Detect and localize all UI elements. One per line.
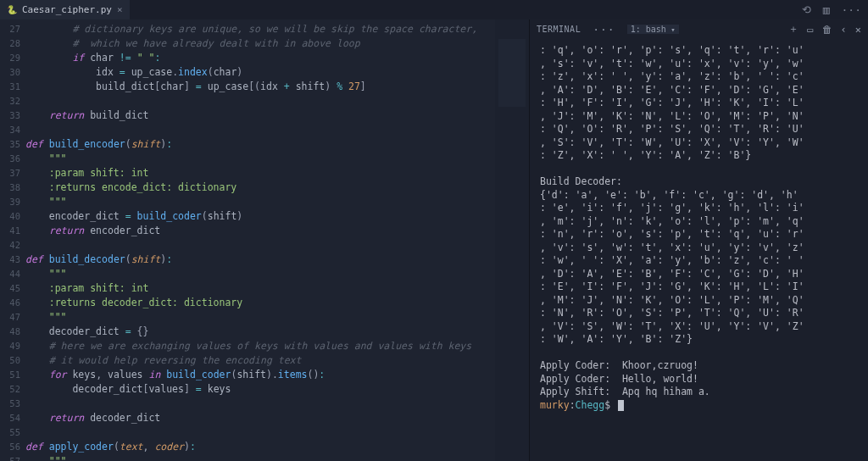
code-line[interactable]: # it would help reversing the encoding t…: [25, 353, 495, 368]
code-line[interactable]: [25, 425, 495, 440]
terminal-line: , 'V': 'S', 'W': 'T', 'X': 'U', 'Y': 'V'…: [540, 320, 858, 334]
terminal-line: : 'H', 'F': 'I', 'G': 'J', 'H': 'K', 'I'…: [540, 97, 858, 110]
line-number: 44: [0, 267, 20, 281]
terminal-line: {'d': 'a', 'e': 'b', 'f': 'c', 'g': 'd',…: [540, 189, 858, 203]
line-number: 43: [0, 253, 20, 267]
line-number: 29: [0, 51, 20, 65]
code-line[interactable]: :param shift: int: [25, 166, 495, 181]
code-line[interactable]: """: [25, 267, 495, 281]
line-number: 38: [0, 181, 20, 195]
add-terminal-icon[interactable]: ＋: [788, 22, 798, 36]
terminal-line: : 'q', 'o': 'r', 'p': 's', 'q': 't', 'r'…: [540, 44, 858, 58]
code-line[interactable]: [25, 238, 495, 253]
more-icon[interactable]: ···: [842, 3, 861, 16]
tab-bar: 🐍 Caesar_cipher.py × ⟲ ▥ ···: [0, 0, 868, 19]
line-number: 35: [0, 137, 20, 152]
code-content[interactable]: # dictionary keys are unique, so we will…: [25, 19, 495, 461]
line-number: 46: [0, 296, 20, 310]
code-line[interactable]: decoder_dict[values] = keys: [25, 382, 495, 397]
layout-icon[interactable]: ▥: [823, 3, 830, 16]
code-line[interactable]: idx = up_case.index(char): [25, 65, 495, 80]
code-line[interactable]: """: [25, 195, 495, 209]
terminal-line: , 'm': 'j', 'n': 'k', 'o': 'l', 'p': 'm'…: [540, 215, 858, 229]
split-terminal-icon[interactable]: ▭: [807, 24, 813, 36]
code-line[interactable]: return decoder_dict: [25, 411, 495, 425]
close-panel-icon[interactable]: ✕: [855, 24, 861, 36]
terminal-output[interactable]: : 'q', 'o': 'r', 'p': 's', 'q': 't', 'r'…: [530, 39, 868, 461]
terminal-panel: TERMINAL ··· 1: bash ▾ ＋ ▭ 🗑 ‹ ✕ : 'q', …: [529, 19, 868, 461]
line-number: 34: [0, 123, 20, 137]
code-line[interactable]: decoder_dict = {}: [25, 325, 495, 339]
terminal-line: Apply Coder: Khoor,czruog!: [540, 359, 858, 373]
code-line[interactable]: def build_decoder(shift):: [25, 253, 495, 267]
terminal-line: : 'Z', 'X': ' ', 'Y': 'A', 'Z': 'B'}: [540, 149, 858, 163]
terminal-selector[interactable]: 1: bash ▾: [627, 25, 679, 34]
trash-icon[interactable]: 🗑: [822, 24, 832, 36]
editor-actions: ⟲ ▥ ···: [802, 0, 868, 19]
code-line[interactable]: :returns encode_dict: dictionary: [25, 181, 495, 195]
line-number: 41: [0, 224, 20, 238]
line-number: 51: [0, 368, 20, 382]
code-line[interactable]: build_dict[char] = up_case[(idx + shift)…: [25, 80, 495, 94]
line-number: 42: [0, 238, 20, 253]
sync-icon[interactable]: ⟲: [802, 3, 811, 16]
line-number: 28: [0, 36, 20, 51]
code-line[interactable]: """: [25, 454, 495, 461]
code-line[interactable]: """: [25, 310, 495, 325]
tab-title: Caesar_cipher.py: [22, 4, 112, 15]
code-line[interactable]: def build_encoder(shift):: [25, 137, 495, 152]
terminal-line: : 'z', 'x': ' ', 'y': 'a', 'z': 'b', ' '…: [540, 70, 858, 84]
line-number: 52: [0, 382, 20, 397]
code-line[interactable]: # here we are exchanging values of keys …: [25, 339, 495, 353]
terminal-line: , 'J': 'M', 'K': 'N', 'L': 'O', 'M': 'P'…: [540, 110, 858, 124]
code-line[interactable]: # dictionary keys are unique, so we will…: [25, 22, 495, 36]
terminal-line: , 'D': 'A', 'E': 'B', 'F': 'C', 'G': 'D'…: [540, 268, 858, 281]
line-number: 57: [0, 454, 20, 461]
code-line[interactable]: [25, 397, 495, 411]
terminal-line: , 's': 'v', 't': 'w', 'u': 'x', 'v': 'y'…: [540, 58, 858, 71]
line-number: 48: [0, 325, 20, 339]
line-number: 53: [0, 397, 20, 411]
code-line[interactable]: if char != " ":: [25, 51, 495, 65]
main-area: 2728293031323334353637383940414243444546…: [0, 19, 868, 461]
line-number: 32: [0, 94, 20, 108]
code-line[interactable]: """: [25, 152, 495, 166]
line-number: 45: [0, 281, 20, 296]
code-line[interactable]: [25, 94, 495, 108]
code-line[interactable]: return encoder_dict: [25, 224, 495, 238]
code-line[interactable]: [25, 123, 495, 137]
terminal-line: , 'v': 's', 'w': 't', 'x': 'u', 'y': 'v'…: [540, 242, 858, 255]
code-line[interactable]: def apply_coder(text, coder):: [25, 440, 495, 454]
terminal-line: : 'w', ' ': 'X', 'a': 'y', 'b': 'z', 'c'…: [540, 254, 858, 268]
terminal-selector-value: 1: bash: [631, 25, 666, 34]
code-line[interactable]: for keys, values in build_coder(shift).i…: [25, 368, 495, 382]
terminal-line: : 'Q', 'O': 'R', 'P': 'S', 'Q': 'T', 'R'…: [540, 123, 858, 136]
panel-more-icon[interactable]: ···: [593, 23, 615, 36]
terminal-line: , 'S': 'V', 'T': 'W', 'U': 'X', 'V': 'Y'…: [540, 136, 858, 150]
minimap[interactable]: [495, 19, 529, 461]
terminal-line: Apply Coder: Hello, world!: [540, 373, 858, 386]
code-line[interactable]: :param shift: int: [25, 281, 495, 296]
python-icon: 🐍: [7, 5, 17, 14]
line-number: 50: [0, 353, 20, 368]
line-gutter: 2728293031323334353637383940414243444546…: [0, 19, 25, 461]
chevron-down-icon: ▾: [666, 25, 676, 34]
line-number: 37: [0, 166, 20, 181]
terminal-line: Build Decoder:: [540, 175, 858, 189]
code-editor[interactable]: 2728293031323334353637383940414243444546…: [0, 19, 529, 461]
line-number: 40: [0, 209, 20, 224]
code-line[interactable]: :returns decoder_dict: dictionary: [25, 296, 495, 310]
close-icon[interactable]: ×: [117, 4, 123, 15]
chevron-left-icon[interactable]: ‹: [841, 24, 847, 36]
terminal-line: , 'A': 'D', 'B': 'E', 'C': 'F', 'D': 'G'…: [540, 84, 858, 97]
code-line[interactable]: # which we have already dealt with in ab…: [25, 36, 495, 51]
terminal-tab[interactable]: TERMINAL: [537, 25, 581, 34]
file-tab[interactable]: 🐍 Caesar_cipher.py ×: [0, 0, 130, 19]
code-line[interactable]: return build_dict: [25, 108, 495, 123]
terminal-line: , 'M': 'J', 'N': 'K', 'O': 'L', 'P': 'M'…: [540, 294, 858, 308]
line-number: 31: [0, 80, 20, 94]
code-line[interactable]: encoder_dict = build_coder(shift): [25, 209, 495, 224]
terminal-prompt[interactable]: murky:Chegg$: [540, 399, 858, 413]
terminal-line: : 'e', 'i': 'f', 'j': 'g', 'k': 'h', 'l'…: [540, 202, 858, 215]
line-number: 55: [0, 425, 20, 440]
